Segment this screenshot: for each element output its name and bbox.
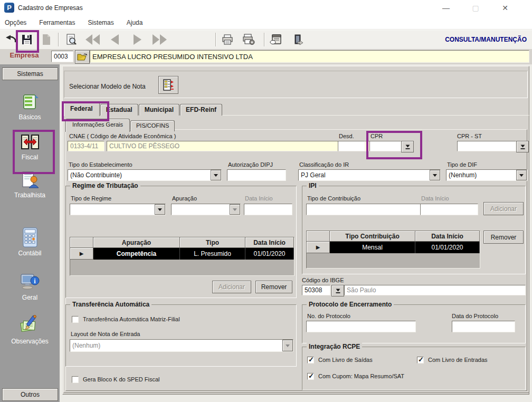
ipi-grid[interactable]: Tipo Contribuição Data Início ▶ Mensal 0… [306,231,480,269]
rcpe-title: Integração RCPE [307,343,362,350]
transferencia-checkbox[interactable] [72,316,79,323]
autorizacao-dipj-field[interactable] [227,169,286,181]
data-protocolo-label: Data do Protocolo [452,313,498,319]
column-header: Tipo [180,237,245,248]
numero-protocolo-field[interactable] [306,321,416,332]
livro-entradas-label: Com Livro de Entradas [428,357,488,363]
transferencia-checkbox-label: Transferência Automática Matriz-Filial [83,316,180,322]
ipi-data-inicio-field[interactable] [420,204,478,215]
ibge-label: Código do IBGE [302,277,344,283]
tab-content: Selecionar Modelo de Nota CNAE ( Código … [0,0,532,402]
column-header: Data Início [245,237,294,248]
cpr-st-label: CPR - ST [457,133,482,139]
lookup-arrow-icon [405,144,411,150]
ipi-grid-header: Tipo Contribuição Data Início [307,231,480,242]
regime-tributacao-title: Regime de Tributação [70,182,140,189]
layout-nota-select: (Nenhum) [70,339,293,352]
app-window: P Cadastro de Empresas — ▢ ✕ Opções Ferr… [0,0,532,402]
row-indicator-icon: ▶ [307,242,330,253]
lookup-arrow-icon [520,144,526,150]
select-model-button[interactable] [158,76,178,94]
desd-field[interactable] [338,141,365,151]
rcpe-group: Integração RCPE [302,347,526,390]
cnae-code-field[interactable] [68,141,104,151]
tipo-contribuicao-select[interactable] [306,204,433,215]
layout-nota-label: Layout de Nota de Entrada [71,331,140,337]
livro-saidas-checkbox[interactable] [307,357,314,363]
note-model-icon [163,79,174,91]
chevron-down-icon[interactable] [516,170,527,180]
ibge-city-field[interactable] [344,285,526,295]
regime-apuracao-label: Apuração [172,195,197,202]
ibge-lookup-button[interactable] [331,285,344,296]
chevron-down-icon[interactable] [211,170,221,180]
transferencia-title: Transferência Automática [70,301,151,308]
regime-adicionar-button: Adicionar [212,281,251,293]
cpr-lookup-button[interactable] [401,141,414,152]
regime-grid[interactable]: Apuração Tipo Data Início ▶ Competência … [70,237,294,276]
protocolo-title: Protocolo de Encerramento [307,301,394,308]
chevron-down-icon [282,340,293,351]
table-row[interactable]: ▶ Competência L. Presumido 01/01/2020 [70,248,294,260]
chevron-down-icon[interactable] [155,204,165,215]
column-header: Tipo Contribuição [330,231,415,242]
tipo-regime-select[interactable] [70,204,166,215]
desd-label: Desd. [339,133,354,139]
autorizacao-dipj-label: Autorização DIPJ [228,161,273,168]
column-header: Data Início [415,231,480,242]
tipo-estabelecimento-label: Tipo do Estabelecimento [69,161,132,168]
classificacao-ir-label: Classificação do IR [299,161,349,168]
cupom-mapa-label: Com Cupom: Mapa Resumo/SAT [318,373,404,379]
regime-apuracao-select [171,204,241,215]
livro-saidas-label: Com Livro de Saídas [318,357,373,363]
regime-data-inicio-field[interactable] [244,204,292,215]
livro-entradas-checkbox[interactable] [417,357,424,363]
classificacao-ir-select[interactable]: PJ Geral [298,169,441,181]
cpr-label: CPR [370,133,383,139]
cpr-st-field[interactable] [457,141,516,151]
data-protocolo-field[interactable] [452,321,515,332]
chevron-down-icon[interactable] [430,170,440,180]
ipi-remover-button[interactable]: Remover [483,231,524,244]
bloco-k-label: Gera Bloco K do SPED Fiscal [83,376,160,382]
bloco-k-checkbox[interactable] [72,376,79,383]
tipo-dif-label: Tipo de DIF [447,161,477,168]
tipo-estabelecimento-select[interactable]: (Não Contribuinte) [68,169,222,181]
regime-remover-button[interactable]: Remover [255,281,292,293]
table-row[interactable]: ▶ Mensal 01/01/2020 [307,242,480,253]
ipi-adicionar-button: Adicionar [483,202,524,215]
row-indicator-icon: ▶ [70,248,93,260]
cupom-mapa-checkbox[interactable] [307,373,314,380]
regime-grid-header: Apuração Tipo Data Início [70,237,294,248]
numero-protocolo-label: No. do Protocolo [307,313,350,319]
cnae-label: CNAE ( Código de Atividade Econômica ) [69,133,176,139]
cpr-field[interactable] [369,141,401,151]
chevron-down-icon [230,204,240,215]
lookup-arrow-icon [335,288,341,294]
tipo-dif-select[interactable]: (Nenhum) [446,169,527,181]
ipi-title: IPI [307,182,319,189]
select-model-label: Selecionar Modelo de Nota [69,83,146,90]
cpr-st-lookup-button[interactable] [516,141,529,152]
tipo-contribuicao-label: Tipo de Contribuição [307,195,360,202]
ipi-data-inicio-label: Data Início [421,195,449,202]
column-header: Apuração [93,237,180,248]
ibge-code-field[interactable] [302,285,330,295]
regime-data-inicio-label: Data Início [245,195,273,202]
tipo-regime-label: Tipo de Regime [71,195,111,202]
